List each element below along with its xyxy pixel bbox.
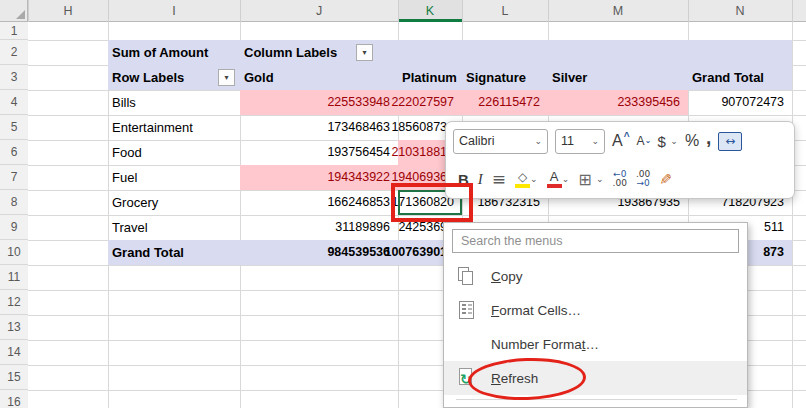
menu-item-format-cells[interactable]: Format Cells… xyxy=(444,293,747,327)
row-header-11[interactable]: 11 xyxy=(0,265,28,290)
shrink-font-button[interactable]: Aˇ xyxy=(637,134,651,148)
row-header-16[interactable]: 16 xyxy=(0,390,28,408)
cell-N10[interactable]: 873 xyxy=(763,240,784,265)
row-header-7[interactable]: 7 xyxy=(0,165,28,190)
cell-I4[interactable]: Bills xyxy=(112,90,136,115)
fill-color-button[interactable]: ◇ ⌄ xyxy=(515,171,538,188)
italic-button[interactable]: I xyxy=(478,171,483,188)
row-header-2[interactable]: 2 xyxy=(0,40,28,65)
format-cells-icon xyxy=(457,300,479,320)
chevron-down-icon: ⌄ xyxy=(591,137,599,146)
row-header-12[interactable]: 12 xyxy=(0,290,28,315)
accounting-format-button[interactable]: $ ⌄ xyxy=(658,132,678,150)
chevron-down-icon: ⌄ xyxy=(534,137,542,146)
cell-I2[interactable]: Sum of Amount xyxy=(112,40,208,65)
chevron-down-icon: ⌄ xyxy=(596,175,604,184)
cell-K3[interactable]: Platinum xyxy=(402,65,457,90)
row-header-6[interactable]: 6 xyxy=(0,140,28,165)
cell-J7[interactable]: 194343922 xyxy=(327,165,390,190)
cell-K4[interactable]: 222027597 xyxy=(391,90,454,115)
pivot-row-fill xyxy=(108,40,792,65)
cell-J10[interactable]: 984539536 xyxy=(327,240,390,265)
cell-I9[interactable]: Travel xyxy=(112,215,148,240)
column-header-J[interactable]: J xyxy=(240,0,398,22)
cell-I5[interactable]: Entertainment xyxy=(112,115,193,140)
row-header-15[interactable]: 15 xyxy=(0,365,28,390)
cell-N9[interactable]: 511 xyxy=(764,215,784,240)
copy-icon xyxy=(457,266,479,286)
menu-item-label: Number Format… xyxy=(491,337,599,352)
format-painter-button[interactable]: ✎ xyxy=(659,170,672,188)
column-header-divider xyxy=(462,0,463,22)
row-labels-filter-button[interactable]: ▾ xyxy=(218,69,235,86)
cell-I6[interactable]: Food xyxy=(112,140,142,165)
column-header-M[interactable]: M xyxy=(548,0,688,22)
row-header-5[interactable]: 5 xyxy=(0,115,28,140)
row-header-4[interactable]: 4 xyxy=(0,90,28,115)
decrease-decimal-icon: →0 xyxy=(636,179,649,188)
font-color-button[interactable]: A ⌄ xyxy=(547,170,570,188)
dollar-icon: $ xyxy=(658,133,666,150)
row-header-10[interactable]: 10 xyxy=(0,240,28,265)
cell-L3[interactable]: Signature xyxy=(466,65,526,90)
font-color-letter: A xyxy=(550,170,559,183)
row-header-14[interactable]: 14 xyxy=(0,340,28,365)
row-header-1[interactable]: 1 xyxy=(0,22,28,40)
increase-decimal-button[interactable]: ←0 .00 xyxy=(613,170,627,188)
chevron-down-icon: ⌄ xyxy=(530,175,538,184)
fill-bucket-icon: ◇ xyxy=(518,171,527,183)
cell-J2[interactable]: Column Labels xyxy=(244,40,337,65)
cell-N3[interactable]: Grand Total xyxy=(692,65,764,90)
increase-decimal-icon-bottom: .00 xyxy=(613,179,627,188)
borders-icon: ⊞ xyxy=(578,170,591,189)
menu-item-label: Copy xyxy=(491,269,523,284)
row-header-8[interactable]: 8 xyxy=(0,190,28,215)
cell-J6[interactable]: 193756454 xyxy=(327,140,390,165)
font-size-select[interactable]: 11 ⌄ xyxy=(555,129,605,154)
fill-color-bar xyxy=(515,184,530,188)
menu-item-number-format[interactable]: Number Format… xyxy=(444,327,747,361)
column-header-I[interactable]: I xyxy=(108,0,240,22)
row-header-13[interactable]: 13 xyxy=(0,315,28,340)
autofit-column-width-button[interactable]: ↔ xyxy=(718,132,742,151)
column-header-N[interactable]: N xyxy=(688,0,792,22)
cell-M3[interactable]: Silver xyxy=(552,65,587,90)
cell-J4[interactable]: 225533948 xyxy=(327,90,390,115)
cell-J3[interactable]: Gold xyxy=(244,65,274,90)
align-center-icon[interactable]: ≡ xyxy=(492,169,506,189)
grow-font-icon: A xyxy=(612,132,623,150)
decrease-decimal-button[interactable]: .00 →0 xyxy=(636,170,650,188)
cell-I10[interactable]: Grand Total xyxy=(112,240,184,265)
grow-font-button[interactable]: A^ xyxy=(612,132,630,150)
borders-button[interactable]: ⊞ ⌄ xyxy=(578,170,603,189)
percent-style-button[interactable]: % xyxy=(685,132,699,150)
column-labels-filter-button[interactable]: ▾ xyxy=(356,44,373,61)
menu-item-copy[interactable]: Copy xyxy=(444,259,747,293)
menu-search-input[interactable] xyxy=(452,229,739,253)
column-header-divider xyxy=(240,0,241,22)
selected-column-underline xyxy=(398,19,462,22)
cell-J5[interactable]: 173468463 xyxy=(327,115,390,140)
cell-J8[interactable]: 166246853 xyxy=(327,190,390,215)
font-name-value: Calibri xyxy=(459,134,494,148)
column-header-H[interactable]: H xyxy=(28,0,108,22)
cell-N4[interactable]: 907072473 xyxy=(721,90,784,115)
column-header-L[interactable]: L xyxy=(462,0,548,22)
font-name-select[interactable]: Calibri ⌄ xyxy=(453,129,548,154)
cell-I3[interactable]: Row Labels xyxy=(112,65,184,90)
column-header-divider xyxy=(28,0,29,22)
cell-M4[interactable]: 233395456 xyxy=(617,90,680,115)
row-header-9[interactable]: 9 xyxy=(0,215,28,240)
column-header-divider xyxy=(792,0,793,22)
cell-J9[interactable]: 31189896 xyxy=(335,215,390,240)
cell-I7[interactable]: Fuel xyxy=(112,165,137,190)
comma-style-button[interactable]: , xyxy=(706,133,711,149)
autofit-column-width-icon: ↔ xyxy=(718,132,742,151)
menu-separator xyxy=(456,399,737,400)
font-size-value: 11 xyxy=(561,134,574,148)
column-header-divider xyxy=(398,0,399,22)
row-header-3[interactable]: 3 xyxy=(0,65,28,90)
select-all-corner[interactable] xyxy=(0,0,28,22)
cell-I8[interactable]: Grocery xyxy=(112,190,158,215)
cell-L4[interactable]: 226115472 xyxy=(478,90,540,115)
